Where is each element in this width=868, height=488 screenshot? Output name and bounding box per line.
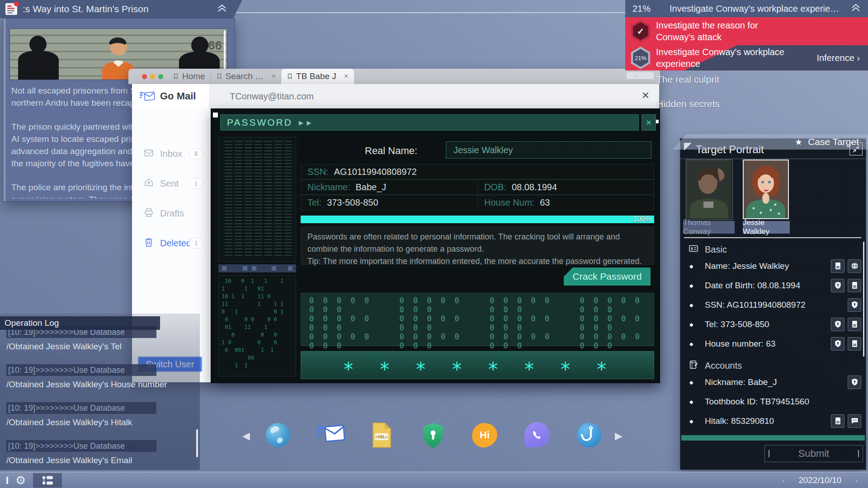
dock-prev-arrow-icon[interactable]: ◀ — [242, 430, 250, 442]
cracker-close-button[interactable]: × — [642, 114, 656, 131]
operation-log-title: Operation Log — [0, 316, 160, 330]
password-result-field[interactable]: ******** — [301, 351, 654, 379]
row-action-file-icon[interactable] — [848, 337, 861, 351]
row-action-shield-icon[interactable] — [831, 337, 844, 351]
password-mask-char: * — [451, 363, 487, 376]
target-info-sections: Basic◆Name: Jessie Walkley◆Date of Birth… — [685, 243, 863, 431]
portrait-name-jessie: Jessie Walkley — [743, 221, 790, 234]
browser-tab-home[interactable]: Home — [167, 69, 211, 84]
active-app-timeline-icon[interactable] — [33, 473, 62, 488]
row-action-shield-icon[interactable] — [831, 279, 844, 292]
password-mask-char: * — [524, 363, 560, 376]
mail-folder-drafts[interactable]: Drafts — [132, 206, 208, 221]
tel-house-fields[interactable]: Tel:373-508-850 House Num:63 — [301, 195, 654, 210]
task-collapse-chevron-icon[interactable] — [851, 3, 861, 14]
folder-count-badge: 6 — [189, 148, 203, 159]
task-item-completed[interactable]: ✓ Investigate the reason for Conway's at… — [625, 17, 868, 45]
tab-close-icon[interactable]: × — [344, 72, 349, 81]
nickname-dob-fields[interactable]: Nickname:Babe_J DOB:08.08.1994 — [301, 179, 654, 195]
info-row[interactable]: ◆Hitalk: 853290810 — [685, 411, 863, 431]
row-action-shield-icon[interactable] — [848, 298, 861, 312]
mail-folder-deleted[interactable]: Deleted1 — [132, 236, 208, 250]
zero-group: 0 0 0 0 0 0 0 0 — [309, 296, 383, 314]
mini-toolbar — [218, 264, 296, 272]
traffic-minimize-icon[interactable] — [150, 74, 155, 79]
mail-account-bar: TConway@titan.com × — [209, 84, 659, 109]
inference-link[interactable]: Inference › — [816, 53, 860, 63]
diamond-bullet-icon: ◆ — [689, 341, 693, 347]
info-row-text: House number: 63 — [705, 339, 775, 349]
dock-app-hook-icon[interactable] — [576, 422, 602, 448]
info-row[interactable]: ◆SSN: AG10119940808972 — [685, 295, 863, 314]
window-handle[interactable] — [213, 113, 218, 117]
real-name-input[interactable]: Jessie Walkley — [446, 141, 651, 159]
row-action-chat-icon[interactable] — [848, 414, 861, 428]
mail-folder-sent[interactable]: Sent1 — [132, 176, 208, 191]
case-target-label: Case Target — [808, 136, 859, 147]
dock-next-arrow-icon[interactable]: ▶ — [615, 430, 623, 442]
info-row[interactable]: ◆Tel: 373-508-850 — [685, 314, 863, 334]
settings-gear-icon[interactable]: ⚙ — [15, 474, 26, 486]
info-row[interactable]: ◆Name: Jessie Walkley — [685, 256, 863, 276]
operation-log-scrollbar[interactable] — [196, 429, 198, 457]
collapse-chevron-icon[interactable] — [217, 4, 227, 15]
info-row[interactable]: ◆Toothbook ID: TB79451560 — [685, 392, 863, 411]
row-action-file-icon[interactable] — [831, 414, 844, 428]
info-row[interactable]: ◆Nickname: Babe_J — [685, 372, 863, 392]
browser-tab-tb-babe-j[interactable]: TB Babe J× — [281, 69, 354, 84]
panel-scrollbar[interactable] — [863, 242, 864, 357]
bookmark-icon — [287, 73, 293, 80]
row-action-file-icon[interactable] — [831, 259, 844, 273]
mail-folder-inbox[interactable]: Inbox6 — [132, 146, 208, 161]
zero-group: 0 0 0 0 0 0 0 0 — [580, 296, 654, 314]
diamond-bullet-icon: ◆ — [689, 263, 693, 269]
hitalk-blob: Hi — [471, 422, 498, 449]
password-mask-char: * — [379, 363, 415, 376]
article-scrollbar[interactable] — [224, 30, 226, 72]
mail-close-icon[interactable]: × — [642, 89, 649, 102]
dock-app-hitalk-icon[interactable]: Hi — [472, 422, 498, 448]
portrait-thomas-conway[interactable] — [686, 160, 733, 220]
row-action-file-icon[interactable] — [848, 279, 861, 292]
diamond-bullet-icon: ◆ — [689, 379, 693, 385]
task-progress-bar[interactable]: 21% Investigate Conway's workplace exper… — [625, 0, 868, 17]
dock-app-mail-icon[interactable] — [316, 422, 343, 448]
mail-account-address[interactable]: TConway@titan.com — [230, 91, 314, 102]
row-action-shield-icon[interactable] — [831, 318, 844, 331]
row-action-file-icon[interactable] — [848, 318, 861, 331]
portrait-jessie-walkley[interactable] — [743, 160, 789, 219]
submit-button[interactable]: Submit — [764, 445, 863, 462]
row-action-globe-icon[interactable] — [848, 259, 861, 273]
task-progress-title: Investigate Conway's workplace experie… — [670, 4, 839, 14]
target-portrait-panel: Target Portrait — [680, 138, 866, 470]
zero-group: 0 0 0 0 0 0 0 0 — [580, 314, 654, 332]
title-arrows-icon: ▶ ▶ — [299, 119, 312, 126]
cracker-titlebar[interactable]: PASSWORD ▶ ▶ — [220, 114, 639, 131]
browser-tab-search-[interactable]: Search …× — [211, 69, 281, 84]
tab-close-icon[interactable]: × — [271, 72, 276, 81]
dock-app-browser-icon[interactable] — [265, 422, 291, 448]
crack-password-button[interactable]: Crack Password — [564, 267, 651, 286]
system-date[interactable]: · 2022/10/10 · — [782, 475, 858, 486]
task-item-active[interactable]: 21% Investigate Conway's workplace exper… — [625, 45, 868, 70]
ssn-field[interactable]: SSN:AG10119940808972 — [301, 164, 654, 179]
news-window-left-edge — [3, 19, 6, 201]
clue-item-real-culprit[interactable]: The real culprit — [656, 74, 719, 85]
dock-app-sql-icon[interactable]: <SQL> — [371, 422, 397, 448]
traffic-close-icon[interactable] — [142, 74, 147, 79]
dock-app-phone-icon[interactable] — [524, 422, 551, 448]
real-name-value: Jessie Walkley — [453, 145, 513, 155]
info-row[interactable]: ◆House number: 63 — [685, 334, 863, 353]
news-window-titlebar[interactable]: :s Way into St. Martin's Prison — [0, 0, 242, 18]
cracker-description: Passwords are often related to personal … — [301, 227, 654, 265]
clue-item-hidden-secrets[interactable]: Hidden secrets — [656, 99, 720, 109]
row-action-shield-icon[interactable] — [848, 375, 861, 389]
phone-bubble — [524, 422, 550, 447]
portrait-name-thomas: Thomas Conway — [683, 221, 735, 234]
info-row[interactable]: ◆Date of Birth: 08.08.1994 — [685, 276, 863, 295]
panel-divider — [680, 159, 866, 159]
password-cracker-window: PASSWORD ▶ ▶ × 10 0 1 1 1 1 1 01 10 1 1 … — [211, 108, 660, 383]
traffic-maximize-icon[interactable] — [158, 74, 163, 79]
zero-matrix: 0 0 0 0 0 0 0 00 0 0 0 0 0 0 00 0 0 0 0 … — [301, 293, 654, 346]
dock-app-shield-icon[interactable] — [421, 422, 448, 448]
